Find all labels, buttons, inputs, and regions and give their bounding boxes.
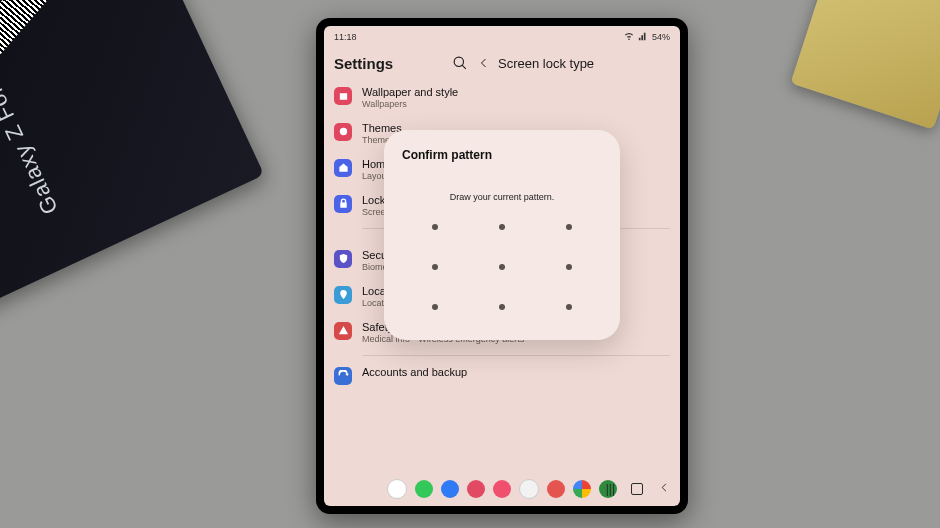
product-box-label: Galaxy Z Fold6 <box>0 59 64 218</box>
search-icon[interactable] <box>450 56 470 70</box>
pattern-dot[interactable] <box>499 304 505 310</box>
nav-recents-icon[interactable]: ||| <box>606 482 615 496</box>
dock-app-messages[interactable] <box>441 480 459 498</box>
sync-icon <box>334 367 352 385</box>
pattern-dot[interactable] <box>499 224 505 230</box>
barcode <box>0 0 51 87</box>
dock-app-phone[interactable] <box>415 480 433 498</box>
tablet-screen: 11:18 54% Settings <box>324 26 680 506</box>
back-icon[interactable] <box>476 57 492 69</box>
status-bar: 11:18 54% <box>324 26 680 46</box>
subpage-title: Screen lock type <box>498 56 594 71</box>
battery-label: 54% <box>652 32 670 42</box>
pattern-grid[interactable] <box>402 224 602 316</box>
confirm-pattern-dialog: Confirm pattern Draw your current patter… <box>384 130 620 340</box>
pattern-dot[interactable] <box>566 304 572 310</box>
lock-icon <box>334 195 352 213</box>
palette-icon <box>334 123 352 141</box>
image-icon <box>334 87 352 105</box>
dialog-title: Confirm pattern <box>402 148 602 162</box>
pattern-dot[interactable] <box>432 264 438 270</box>
dock-app-finder[interactable] <box>387 479 407 499</box>
svg-point-0 <box>339 128 346 135</box>
status-time: 11:18 <box>334 32 357 42</box>
tablet-frame: 11:18 54% Settings <box>316 18 688 514</box>
settings-row-wallpaper[interactable]: Wallpaper and styleWallpapers <box>334 80 670 116</box>
settings-row-accounts[interactable]: Accounts and backup <box>334 360 670 392</box>
row-sub: Wallpapers <box>362 99 458 109</box>
nav-bar: ||| <box>606 472 670 506</box>
wifi-icon <box>624 31 634 43</box>
row-label: Accounts and backup <box>362 366 467 379</box>
product-box: Galaxy Z Fold6 <box>0 0 264 314</box>
dock-app-gallery[interactable] <box>493 480 511 498</box>
dock-app-assist[interactable] <box>519 479 539 499</box>
desk-prop <box>790 0 940 130</box>
pattern-dot[interactable] <box>432 304 438 310</box>
row-label: Wallpaper and style <box>362 86 458 99</box>
dock-app-store[interactable] <box>467 480 485 498</box>
pattern-dot[interactable] <box>432 224 438 230</box>
signal-icon <box>638 31 648 43</box>
page-title: Settings <box>334 55 444 72</box>
nav-back-icon[interactable] <box>659 482 670 496</box>
dialog-message: Draw your current pattern. <box>402 192 602 202</box>
header-row: Settings Screen lock type <box>324 46 680 80</box>
nav-home-icon[interactable] <box>631 483 643 495</box>
divider <box>362 355 670 356</box>
location-icon <box>334 286 352 304</box>
dock-app-camera[interactable] <box>547 480 565 498</box>
pattern-dot[interactable] <box>566 224 572 230</box>
pattern-dot[interactable] <box>566 264 572 270</box>
dock-app-play[interactable] <box>573 480 591 498</box>
pattern-dot[interactable] <box>499 264 505 270</box>
home-icon <box>334 159 352 177</box>
shield-icon <box>334 250 352 268</box>
photo-scene: Galaxy Z Fold6 11:18 54% Settings <box>0 0 940 528</box>
alert-icon <box>334 322 352 340</box>
